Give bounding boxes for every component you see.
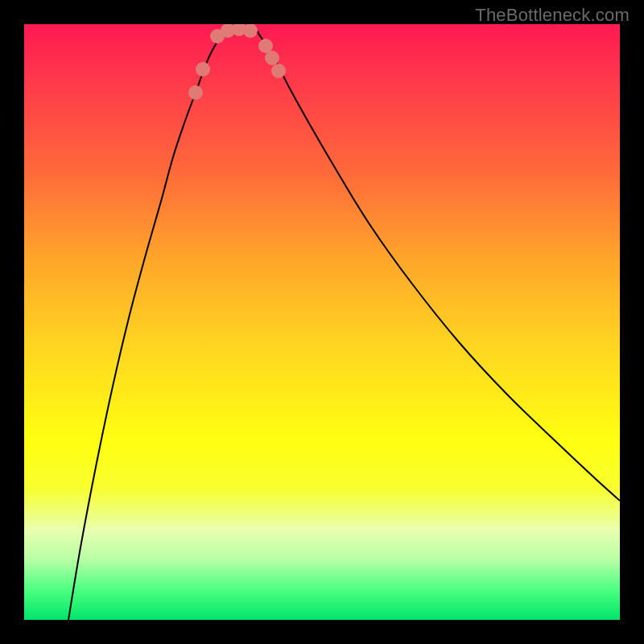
watermark-text: TheBottleneck.com xyxy=(475,5,630,26)
chart-svg xyxy=(24,24,620,620)
chart-plot-area xyxy=(24,24,620,620)
highlight-dot xyxy=(196,62,210,76)
highlight-dot xyxy=(265,51,279,65)
highlight-dot xyxy=(243,24,258,38)
highlight-dot xyxy=(188,85,203,100)
bottleneck-curve xyxy=(68,27,620,620)
outer-frame: TheBottleneck.com xyxy=(0,0,644,644)
highlight-dot xyxy=(271,64,286,78)
